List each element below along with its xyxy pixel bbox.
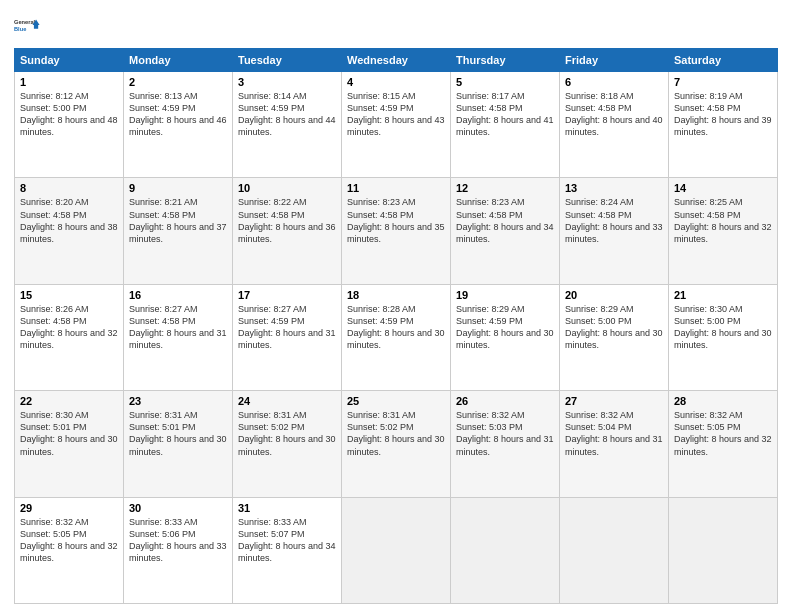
- day-info: Sunrise: 8:21 AMSunset: 4:58 PMDaylight:…: [129, 196, 227, 245]
- day-number: 19: [456, 289, 554, 301]
- day-info: Sunrise: 8:17 AMSunset: 4:58 PMDaylight:…: [456, 90, 554, 139]
- day-info: Sunrise: 8:22 AMSunset: 4:58 PMDaylight:…: [238, 196, 336, 245]
- calendar-cell: 16Sunrise: 8:27 AMSunset: 4:58 PMDayligh…: [124, 284, 233, 390]
- calendar-week-2: 8Sunrise: 8:20 AMSunset: 4:58 PMDaylight…: [15, 178, 778, 284]
- weekday-header-wednesday: Wednesday: [342, 49, 451, 72]
- calendar-cell: [451, 497, 560, 603]
- weekday-header-saturday: Saturday: [669, 49, 778, 72]
- calendar-cell: 1Sunrise: 8:12 AMSunset: 5:00 PMDaylight…: [15, 72, 124, 178]
- day-info: Sunrise: 8:26 AMSunset: 4:58 PMDaylight:…: [20, 303, 118, 352]
- day-number: 22: [20, 395, 118, 407]
- weekday-header-friday: Friday: [560, 49, 669, 72]
- calendar-cell: 25Sunrise: 8:31 AMSunset: 5:02 PMDayligh…: [342, 391, 451, 497]
- svg-text:General: General: [14, 19, 36, 25]
- day-info: Sunrise: 8:12 AMSunset: 5:00 PMDaylight:…: [20, 90, 118, 139]
- day-number: 23: [129, 395, 227, 407]
- day-info: Sunrise: 8:30 AMSunset: 5:01 PMDaylight:…: [20, 409, 118, 458]
- day-number: 16: [129, 289, 227, 301]
- calendar-cell: 28Sunrise: 8:32 AMSunset: 5:05 PMDayligh…: [669, 391, 778, 497]
- calendar-cell: 21Sunrise: 8:30 AMSunset: 5:00 PMDayligh…: [669, 284, 778, 390]
- day-info: Sunrise: 8:31 AMSunset: 5:01 PMDaylight:…: [129, 409, 227, 458]
- day-number: 27: [565, 395, 663, 407]
- day-info: Sunrise: 8:24 AMSunset: 4:58 PMDaylight:…: [565, 196, 663, 245]
- day-number: 28: [674, 395, 772, 407]
- day-info: Sunrise: 8:18 AMSunset: 4:58 PMDaylight:…: [565, 90, 663, 139]
- day-info: Sunrise: 8:29 AMSunset: 4:59 PMDaylight:…: [456, 303, 554, 352]
- calendar-cell: 12Sunrise: 8:23 AMSunset: 4:58 PMDayligh…: [451, 178, 560, 284]
- day-info: Sunrise: 8:32 AMSunset: 5:04 PMDaylight:…: [565, 409, 663, 458]
- calendar-cell: 18Sunrise: 8:28 AMSunset: 4:59 PMDayligh…: [342, 284, 451, 390]
- day-number: 15: [20, 289, 118, 301]
- calendar-week-4: 22Sunrise: 8:30 AMSunset: 5:01 PMDayligh…: [15, 391, 778, 497]
- day-number: 14: [674, 182, 772, 194]
- day-number: 5: [456, 76, 554, 88]
- calendar-cell: 22Sunrise: 8:30 AMSunset: 5:01 PMDayligh…: [15, 391, 124, 497]
- header: GeneralBlue: [14, 10, 778, 42]
- weekday-header-row: SundayMondayTuesdayWednesdayThursdayFrid…: [15, 49, 778, 72]
- page: GeneralBlue SundayMondayTuesdayWednesday…: [0, 0, 792, 612]
- day-info: Sunrise: 8:33 AMSunset: 5:06 PMDaylight:…: [129, 516, 227, 565]
- calendar-cell: 23Sunrise: 8:31 AMSunset: 5:01 PMDayligh…: [124, 391, 233, 497]
- calendar-cell: [669, 497, 778, 603]
- logo: GeneralBlue: [14, 10, 46, 42]
- day-info: Sunrise: 8:32 AMSunset: 5:05 PMDaylight:…: [674, 409, 772, 458]
- day-info: Sunrise: 8:27 AMSunset: 4:59 PMDaylight:…: [238, 303, 336, 352]
- day-number: 11: [347, 182, 445, 194]
- calendar-cell: 27Sunrise: 8:32 AMSunset: 5:04 PMDayligh…: [560, 391, 669, 497]
- day-info: Sunrise: 8:25 AMSunset: 4:58 PMDaylight:…: [674, 196, 772, 245]
- calendar-cell: 24Sunrise: 8:31 AMSunset: 5:02 PMDayligh…: [233, 391, 342, 497]
- calendar-cell: [560, 497, 669, 603]
- calendar-cell: 15Sunrise: 8:26 AMSunset: 4:58 PMDayligh…: [15, 284, 124, 390]
- calendar-cell: 3Sunrise: 8:14 AMSunset: 4:59 PMDaylight…: [233, 72, 342, 178]
- day-number: 18: [347, 289, 445, 301]
- weekday-header-thursday: Thursday: [451, 49, 560, 72]
- calendar-cell: 4Sunrise: 8:15 AMSunset: 4:59 PMDaylight…: [342, 72, 451, 178]
- day-info: Sunrise: 8:13 AMSunset: 4:59 PMDaylight:…: [129, 90, 227, 139]
- day-number: 21: [674, 289, 772, 301]
- calendar-cell: [342, 497, 451, 603]
- day-number: 26: [456, 395, 554, 407]
- calendar-cell: 20Sunrise: 8:29 AMSunset: 5:00 PMDayligh…: [560, 284, 669, 390]
- day-number: 30: [129, 502, 227, 514]
- day-number: 31: [238, 502, 336, 514]
- weekday-header-monday: Monday: [124, 49, 233, 72]
- day-info: Sunrise: 8:23 AMSunset: 4:58 PMDaylight:…: [347, 196, 445, 245]
- calendar-cell: 13Sunrise: 8:24 AMSunset: 4:58 PMDayligh…: [560, 178, 669, 284]
- calendar-body: 1Sunrise: 8:12 AMSunset: 5:00 PMDaylight…: [15, 72, 778, 604]
- day-number: 1: [20, 76, 118, 88]
- calendar-cell: 2Sunrise: 8:13 AMSunset: 4:59 PMDaylight…: [124, 72, 233, 178]
- calendar-week-1: 1Sunrise: 8:12 AMSunset: 5:00 PMDaylight…: [15, 72, 778, 178]
- day-info: Sunrise: 8:23 AMSunset: 4:58 PMDaylight:…: [456, 196, 554, 245]
- day-info: Sunrise: 8:31 AMSunset: 5:02 PMDaylight:…: [238, 409, 336, 458]
- calendar-cell: 7Sunrise: 8:19 AMSunset: 4:58 PMDaylight…: [669, 72, 778, 178]
- day-number: 24: [238, 395, 336, 407]
- day-number: 4: [347, 76, 445, 88]
- calendar-cell: 9Sunrise: 8:21 AMSunset: 4:58 PMDaylight…: [124, 178, 233, 284]
- day-info: Sunrise: 8:28 AMSunset: 4:59 PMDaylight:…: [347, 303, 445, 352]
- day-number: 10: [238, 182, 336, 194]
- calendar-cell: 11Sunrise: 8:23 AMSunset: 4:58 PMDayligh…: [342, 178, 451, 284]
- day-number: 25: [347, 395, 445, 407]
- calendar-cell: 19Sunrise: 8:29 AMSunset: 4:59 PMDayligh…: [451, 284, 560, 390]
- calendar-cell: 6Sunrise: 8:18 AMSunset: 4:58 PMDaylight…: [560, 72, 669, 178]
- calendar-cell: 30Sunrise: 8:33 AMSunset: 5:06 PMDayligh…: [124, 497, 233, 603]
- calendar-cell: 31Sunrise: 8:33 AMSunset: 5:07 PMDayligh…: [233, 497, 342, 603]
- day-info: Sunrise: 8:31 AMSunset: 5:02 PMDaylight:…: [347, 409, 445, 458]
- svg-text:Blue: Blue: [14, 26, 26, 32]
- calendar-cell: 8Sunrise: 8:20 AMSunset: 4:58 PMDaylight…: [15, 178, 124, 284]
- day-info: Sunrise: 8:14 AMSunset: 4:59 PMDaylight:…: [238, 90, 336, 139]
- day-number: 12: [456, 182, 554, 194]
- day-info: Sunrise: 8:29 AMSunset: 5:00 PMDaylight:…: [565, 303, 663, 352]
- day-info: Sunrise: 8:32 AMSunset: 5:05 PMDaylight:…: [20, 516, 118, 565]
- day-number: 29: [20, 502, 118, 514]
- calendar-cell: 10Sunrise: 8:22 AMSunset: 4:58 PMDayligh…: [233, 178, 342, 284]
- day-info: Sunrise: 8:30 AMSunset: 5:00 PMDaylight:…: [674, 303, 772, 352]
- day-info: Sunrise: 8:32 AMSunset: 5:03 PMDaylight:…: [456, 409, 554, 458]
- calendar-cell: 26Sunrise: 8:32 AMSunset: 5:03 PMDayligh…: [451, 391, 560, 497]
- weekday-header-tuesday: Tuesday: [233, 49, 342, 72]
- day-info: Sunrise: 8:15 AMSunset: 4:59 PMDaylight:…: [347, 90, 445, 139]
- day-number: 6: [565, 76, 663, 88]
- day-info: Sunrise: 8:20 AMSunset: 4:58 PMDaylight:…: [20, 196, 118, 245]
- calendar-table: SundayMondayTuesdayWednesdayThursdayFrid…: [14, 48, 778, 604]
- calendar-week-5: 29Sunrise: 8:32 AMSunset: 5:05 PMDayligh…: [15, 497, 778, 603]
